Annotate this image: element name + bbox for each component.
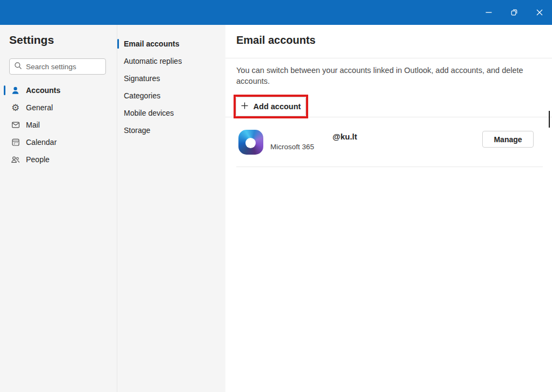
calendar-icon bbox=[11, 138, 20, 147]
sidebar-item-general[interactable]: ⚙ General bbox=[0, 99, 117, 116]
divider bbox=[225, 58, 552, 58]
selection-indicator bbox=[117, 39, 119, 49]
page-title: Email accounts bbox=[236, 34, 316, 46]
sidebar-item-label: Accounts bbox=[26, 86, 61, 95]
close-icon bbox=[536, 9, 543, 16]
sidebar-item-label: People bbox=[26, 155, 50, 164]
sidebar-item-accounts[interactable]: Accounts bbox=[0, 82, 117, 99]
title-bar bbox=[0, 0, 552, 25]
sidebar-item-calendar[interactable]: Calendar bbox=[0, 134, 117, 151]
subnav-item-label: Automatic replies bbox=[124, 57, 182, 65]
subnav-item-label: Email accounts bbox=[124, 39, 179, 48]
gear-icon: ⚙ bbox=[11, 103, 20, 112]
subnav-item-label: Storage bbox=[124, 126, 150, 135]
subnav-item-categories[interactable]: Categories bbox=[117, 87, 225, 104]
subnav-item-signatures[interactable]: Signatures bbox=[117, 70, 225, 87]
text-cursor bbox=[549, 111, 550, 128]
sidebar-item-label: Calendar bbox=[26, 138, 57, 147]
close-button[interactable] bbox=[527, 0, 552, 25]
search-settings-box[interactable] bbox=[9, 58, 106, 75]
subnav-item-storage[interactable]: Storage bbox=[117, 122, 225, 139]
minimize-button[interactable] bbox=[476, 0, 501, 25]
settings-sidebar: Settings Accounts ⚙ General bbox=[0, 25, 117, 392]
microsoft-365-logo-icon bbox=[238, 130, 263, 155]
sidebar-item-label: Mail bbox=[26, 121, 40, 129]
subnav-item-label: Categories bbox=[124, 91, 161, 100]
email-accounts-panel: Email accounts You can switch between yo… bbox=[225, 25, 552, 392]
sidebar-item-people[interactable]: People bbox=[0, 151, 117, 168]
subnav-item-automatic-replies[interactable]: Automatic replies bbox=[117, 52, 225, 70]
sidebar-item-mail[interactable]: Mail bbox=[0, 116, 117, 134]
sidebar-nav: Accounts ⚙ General Mail bbox=[0, 82, 117, 168]
search-input[interactable] bbox=[26, 63, 101, 71]
restore-icon bbox=[510, 9, 518, 16]
page-description: You can switch between your accounts lin… bbox=[236, 65, 531, 87]
account-row: Microsoft 365 @ku.lt Manage bbox=[225, 122, 552, 167]
search-icon bbox=[14, 62, 22, 72]
subnav-item-mobile-devices[interactable]: Mobile devices bbox=[117, 104, 225, 122]
subnav-list: Email accounts Automatic replies Signatu… bbox=[117, 35, 225, 139]
account-email: @ku.lt bbox=[332, 132, 357, 141]
person-icon bbox=[11, 86, 20, 95]
sidebar-item-label: General bbox=[26, 103, 53, 112]
subnav-item-label: Signatures bbox=[124, 74, 160, 83]
settings-heading: Settings bbox=[9, 34, 54, 46]
add-account-label: Add account bbox=[254, 102, 301, 111]
account-provider: Microsoft 365 bbox=[270, 143, 314, 151]
mail-icon bbox=[11, 121, 20, 130]
selection-indicator bbox=[4, 85, 5, 95]
people-icon bbox=[11, 155, 20, 164]
divider bbox=[225, 117, 552, 117]
add-account-button[interactable]: Add account bbox=[236, 97, 306, 116]
minimize-icon bbox=[486, 9, 492, 16]
settings-subnav: Email accounts Automatic replies Signatu… bbox=[117, 25, 225, 392]
subnav-item-email-accounts[interactable]: Email accounts bbox=[117, 35, 225, 52]
subnav-item-label: Mobile devices bbox=[124, 109, 174, 117]
divider bbox=[236, 167, 543, 167]
manage-button[interactable]: Manage bbox=[482, 131, 534, 148]
restore-button[interactable] bbox=[501, 0, 527, 25]
plus-icon bbox=[241, 102, 248, 111]
